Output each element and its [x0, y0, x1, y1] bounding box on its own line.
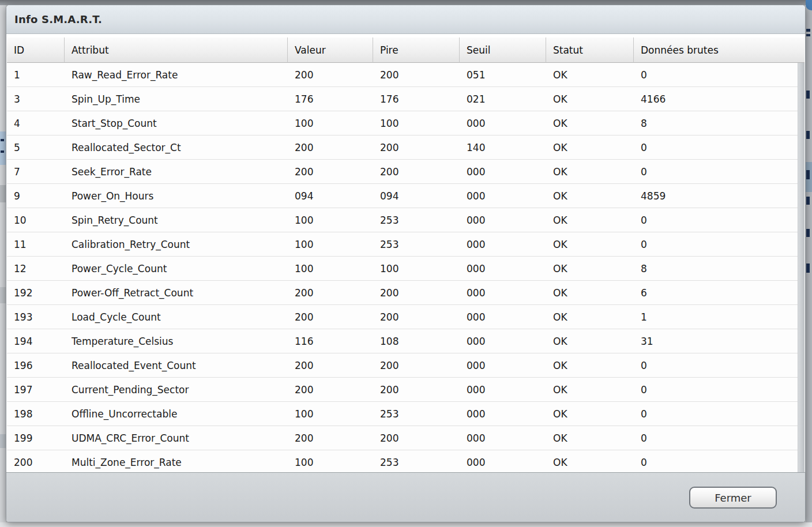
cell-raw-data: 1: [634, 305, 798, 329]
table-row[interactable]: 12 Power_Cycle_Count 100 100 000 OK 8: [7, 257, 798, 281]
cell-id: 12: [7, 257, 65, 280]
cell-attribute: Power_On_Hours: [65, 184, 288, 208]
header-cell-worst[interactable]: Pire: [373, 37, 460, 63]
background-text-fragment: [1, 150, 4, 153]
header-cell-status[interactable]: Statut: [546, 37, 634, 63]
table-row[interactable]: 10 Spin_Retry_Count 100 253 000 OK 0: [7, 208, 798, 232]
table-row[interactable]: 4 Start_Stop_Count 100 100 000 OK 8: [7, 111, 798, 135]
cell-raw-data: 4859: [634, 184, 798, 208]
dialog-titlebar[interactable]: Info S.M.A.R.T.: [6, 5, 805, 34]
cell-value: 200: [288, 305, 373, 329]
cell-status: OK: [546, 353, 634, 377]
cell-worst: 108: [373, 329, 460, 353]
cell-value: 200: [288, 281, 373, 304]
background-page-right-edge: [806, 5, 812, 522]
header-cell-id[interactable]: ID: [7, 37, 65, 63]
cell-attribute: Reallocated_Sector_Ct: [65, 135, 288, 159]
cell-threshold: 000: [460, 160, 546, 183]
cell-attribute: Calibration_Retry_Count: [65, 232, 288, 256]
cell-raw-data: 8: [634, 257, 798, 280]
cell-attribute: Multi_Zone_Error_Rate: [65, 450, 288, 472]
cell-worst: 100: [373, 111, 460, 135]
cell-threshold: 000: [460, 281, 546, 304]
cell-threshold: 000: [460, 402, 546, 426]
table-row[interactable]: 198 Offline_Uncorrectable 100 253 000 OK…: [7, 402, 798, 426]
background-text-fragment: [806, 264, 810, 273]
cell-raw-data: 31: [634, 329, 798, 353]
cell-value: 100: [288, 111, 373, 135]
cell-id: 1: [7, 63, 65, 86]
cell-worst: 200: [373, 281, 460, 304]
table-row[interactable]: 5 Reallocated_Sector_Ct 200 200 140 OK 0: [7, 135, 798, 160]
table-row[interactable]: 199 UDMA_CRC_Error_Count 200 200 000 OK …: [7, 426, 798, 450]
vertical-scrollbar[interactable]: [798, 63, 805, 472]
close-button[interactable]: Fermer: [689, 487, 777, 509]
cell-status: OK: [546, 450, 634, 472]
cell-value: 100: [288, 208, 373, 232]
table-row[interactable]: 193 Load_Cycle_Count 200 200 000 OK 1: [7, 305, 798, 329]
cell-attribute: Spin_Up_Time: [65, 87, 288, 111]
cell-threshold: 000: [460, 426, 546, 450]
table-row[interactable]: 11 Calibration_Retry_Count 100 253 000 O…: [7, 232, 798, 257]
table-row[interactable]: 3 Spin_Up_Time 176 176 021 OK 4166: [7, 87, 798, 111]
cell-worst: 094: [373, 184, 460, 208]
cell-id: 5: [7, 135, 65, 159]
cell-attribute: Seek_Error_Rate: [65, 160, 288, 183]
cell-id: 194: [7, 329, 65, 353]
cell-raw-data: 0: [634, 450, 798, 472]
cell-value: 100: [288, 257, 373, 280]
cell-id: 198: [7, 402, 65, 426]
cell-value: 116: [288, 329, 373, 353]
cell-id: 199: [7, 426, 65, 450]
cell-id: 7: [7, 160, 65, 183]
cell-id: 200: [7, 450, 65, 472]
cell-value: 200: [288, 378, 373, 401]
cell-worst: 253: [373, 208, 460, 232]
header-cell-value[interactable]: Valeur: [288, 37, 373, 63]
background-sidebar-selection: [0, 131, 6, 165]
cell-threshold: 000: [460, 450, 546, 472]
cell-worst: 253: [373, 402, 460, 426]
cell-value: 200: [288, 426, 373, 450]
cell-attribute: Power_Cycle_Count: [65, 257, 288, 280]
cell-id: 9: [7, 184, 65, 208]
cell-id: 4: [7, 111, 65, 135]
cell-attribute: Current_Pending_Sector: [65, 378, 288, 401]
cell-raw-data: 0: [634, 426, 798, 450]
cell-value: 094: [288, 184, 373, 208]
table-row[interactable]: 197 Current_Pending_Sector 200 200 000 O…: [7, 378, 798, 402]
cell-value: 100: [288, 450, 373, 472]
cell-worst: 200: [373, 160, 460, 183]
cell-status: OK: [546, 87, 634, 111]
cell-worst: 253: [373, 232, 460, 256]
table-row[interactable]: 200 Multi_Zone_Error_Rate 100 253 000 OK…: [7, 450, 798, 472]
table-row[interactable]: 194 Temperature_Celsius 116 108 000 OK 3…: [7, 329, 798, 353]
cell-status: OK: [546, 232, 634, 256]
cell-worst: 200: [373, 135, 460, 159]
background-text-fragment: [806, 34, 810, 36]
cell-id: 11: [7, 232, 65, 256]
background-blue-element: [806, 0, 812, 10]
table-row[interactable]: 9 Power_On_Hours 094 094 000 OK 4859: [7, 184, 798, 208]
header-cell-raw-data[interactable]: Données brutes: [634, 37, 805, 63]
background-fragment: [0, 185, 6, 202]
smart-info-dialog: Info S.M.A.R.T. ID Attribut Valeur Pire …: [6, 5, 806, 522]
background-fragment: [0, 434, 6, 448]
cell-raw-data: 0: [634, 63, 798, 86]
smart-table-rows: 1 Raw_Read_Error_Rate 200 200 051 OK 0 3…: [7, 63, 798, 472]
cell-threshold: 000: [460, 111, 546, 135]
cell-raw-data: 0: [634, 353, 798, 377]
table-row[interactable]: 196 Reallocated_Event_Count 200 200 000 …: [7, 353, 798, 378]
cell-attribute: Reallocated_Event_Count: [65, 353, 288, 377]
header-cell-threshold[interactable]: Seuil: [460, 37, 546, 63]
cell-raw-data: 0: [634, 402, 798, 426]
cell-status: OK: [546, 135, 634, 159]
table-row[interactable]: 7 Seek_Error_Rate 200 200 000 OK 0: [7, 160, 798, 184]
header-cell-attribute[interactable]: Attribut: [65, 37, 288, 63]
cell-status: OK: [546, 426, 634, 450]
cell-threshold: 000: [460, 305, 546, 329]
table-row[interactable]: 192 Power-Off_Retract_Count 200 200 000 …: [7, 281, 798, 305]
background-text-fragment: [806, 229, 810, 237]
table-row[interactable]: 1 Raw_Read_Error_Rate 200 200 051 OK 0: [7, 63, 798, 87]
cell-threshold: 000: [460, 353, 546, 377]
